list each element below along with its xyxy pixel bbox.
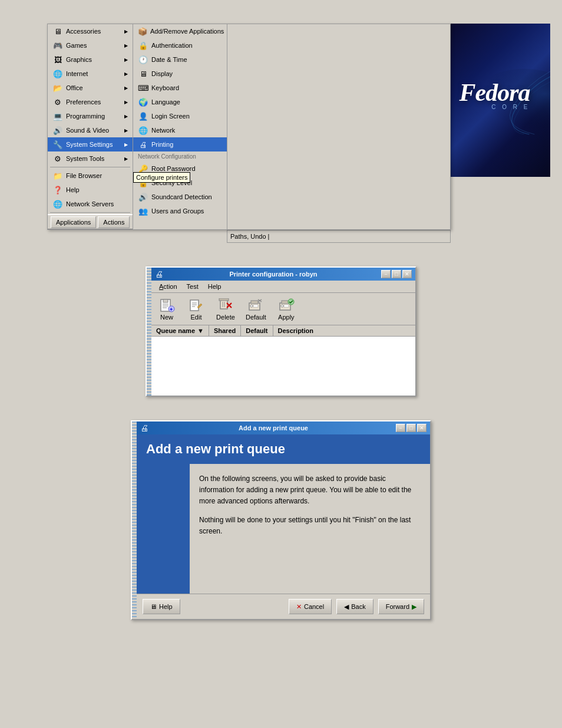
window-controls: − □ ✕ — [381, 270, 412, 278]
sort-arrow-icon: ▼ — [197, 327, 204, 334]
network-servers-icon: 🌐 — [52, 199, 63, 209]
menu-help[interactable]: Help — [203, 282, 226, 291]
applications-button[interactable]: Applications — [51, 216, 96, 228]
context-menu: Network Configuration Configure printers — [133, 151, 227, 162]
system-settings-icon: 🔧 — [52, 139, 63, 150]
wizard-text-2: Nothing will be done to your settings un… — [199, 515, 421, 537]
accessories-icon: 🖥 — [52, 26, 63, 37]
back-button[interactable]: ◀ Back — [336, 599, 373, 614]
menu-item-games[interactable]: 🎮 Games ▶ — [48, 38, 133, 52]
wizard-close-button[interactable]: ✕ — [417, 424, 427, 432]
display-icon: 🖥 — [138, 68, 148, 79]
help-button[interactable]: 🖥 Help — [143, 599, 180, 614]
menu-item-preferences[interactable]: ⚙ Preferences ▶ — [48, 95, 133, 109]
network-icon: 🌐 — [138, 125, 148, 136]
programming-icon: 💻 — [52, 111, 63, 121]
apply-icon — [277, 297, 296, 314]
printer-config-section: 🖨 Printer configuration - robyn − □ ✕ Ac… — [12, 266, 550, 397]
menu-item-system-tools[interactable]: ⚙ System Tools ▶ — [48, 151, 133, 166]
wizard-footer: 🖥 Help ✕ Cancel ◀ Back Forward ▶ — [137, 594, 430, 619]
edit-button[interactable]: Edit — [184, 295, 209, 322]
file-browser-icon: 📁 — [52, 170, 63, 181]
menu-item-display[interactable]: 🖥 Display — [133, 67, 227, 81]
printing-icon: 🖨 — [138, 139, 148, 150]
menu-item-accessories[interactable]: 🖥 Accessories ▶ — [48, 24, 133, 38]
menu-item-programming[interactable]: 💻 Programming ▶ — [48, 109, 133, 123]
wizard-text-1: On the following screens, you will be as… — [199, 473, 421, 508]
menu-item-internet[interactable]: 🌐 Internet ▶ — [48, 67, 133, 81]
menu-item-network[interactable]: 🌐 Network — [133, 123, 227, 137]
menu-item-date-time[interactable]: 🕐 Date & Time — [133, 52, 227, 67]
menu-item-printing[interactable]: 🖨 Printing — [133, 137, 227, 151]
menu-item-soundcard[interactable]: 🔊 Soundcard Detection — [133, 190, 227, 204]
svg-rect-13 — [219, 298, 229, 301]
login-icon: 👤 — [138, 111, 148, 121]
menu-divider-2 — [50, 212, 130, 213]
menu-item-graphics[interactable]: 🖼 Graphics ▶ — [48, 52, 133, 67]
configure-printers-tooltip: Configure printers — [133, 172, 190, 183]
printer-menubar: Action Test Help — [151, 281, 415, 293]
printer-config-titlebar: 🖨 Printer configuration - robyn − □ ✕ — [151, 268, 415, 281]
svg-rect-2 — [163, 299, 168, 302]
menu-item-keyboard[interactable]: ⌨ Keyboard — [133, 81, 227, 95]
new-icon: + — [157, 297, 176, 314]
menu-item-network-servers[interactable]: 🌐 Network Servers — [48, 197, 133, 211]
col-default[interactable]: Default — [241, 325, 273, 336]
desktop-section: 🖥 Accessories ▶ 🎮 Games ▶ 🖼 Graphics ▶ 🌐… — [47, 24, 550, 243]
cancel-icon: ✕ — [296, 603, 302, 611]
wizard-section: 🖨 Add a new print queue − □ ✕ Add a new … — [12, 420, 550, 620]
cancel-button[interactable]: ✕ Cancel — [289, 599, 332, 614]
arrow-icon: ▶ — [124, 57, 128, 62]
graphics-icon: 🖼 — [52, 54, 63, 65]
back-icon: ◀ — [344, 603, 349, 611]
fedora-wallpaper: Fedora C O R E — [451, 24, 550, 177]
language-icon: 🌍 — [138, 97, 148, 107]
menu-action[interactable]: Action — [154, 282, 182, 291]
new-button[interactable]: + New — [154, 295, 179, 322]
apply-button[interactable]: Apply — [274, 295, 299, 322]
menu-item-authentication[interactable]: 🔒 Authentication — [133, 38, 227, 52]
menu-item-office[interactable]: 📂 Office ▶ — [48, 81, 133, 95]
menu-item-help[interactable]: ❓ Help — [48, 183, 133, 197]
auth-icon: 🔒 — [138, 40, 148, 51]
printer-config-window: 🖨 Printer configuration - robyn − □ ✕ Ac… — [146, 266, 416, 397]
menu-item-file-browser[interactable]: 📁 File Browser — [48, 169, 133, 183]
forward-button[interactable]: Forward ▶ — [378, 599, 424, 614]
forward-icon: ▶ — [412, 603, 416, 611]
delete-button[interactable]: Delete — [213, 295, 238, 322]
menu-item-network-config[interactable]: Network Configuration — [133, 151, 227, 162]
app-menu[interactable]: 🖥 Accessories ▶ 🎮 Games ▶ 🖼 Graphics ▶ 🌐… — [47, 24, 451, 230]
menu-item-login-screen[interactable]: 👤 Login Screen — [133, 109, 227, 123]
arrow-icon: ▶ — [124, 100, 128, 105]
minimize-button[interactable]: − — [381, 270, 391, 278]
wizard-restore-button[interactable]: □ — [406, 424, 416, 432]
menu-item-system-settings[interactable]: 🔧 System Settings ▶ — [48, 137, 133, 151]
col-queue-name[interactable]: Queue name ▼ — [151, 325, 209, 336]
restore-button[interactable]: □ — [392, 270, 401, 278]
default-icon — [246, 297, 265, 314]
default-button[interactable]: Default — [243, 295, 269, 322]
arrow-icon: ▶ — [124, 114, 128, 119]
actions-button[interactable]: Actions — [98, 216, 130, 228]
arrow-icon: ▶ — [124, 71, 128, 77]
table-body — [151, 337, 415, 396]
wizard-minimize-button[interactable]: − — [396, 424, 405, 432]
datetime-icon: 🕐 — [138, 54, 148, 65]
table-header: Queue name ▼ Shared Default Description — [151, 325, 415, 337]
menu-item-language[interactable]: 🌍 Language — [133, 95, 227, 109]
system-tools-icon: ⚙ — [52, 153, 63, 164]
menu-item-sound-video[interactable]: 🔊 Sound & Video ▶ — [48, 123, 133, 137]
menu-item-users-groups[interactable]: 👥 Users and Groups — [133, 204, 227, 218]
menu-test[interactable]: Test — [182, 282, 203, 291]
soundcard-icon: 🔊 — [138, 192, 148, 202]
wizard-header-title: Add a new print queue — [146, 442, 421, 457]
arrow-icon: ▶ — [124, 128, 128, 133]
users-icon: 👥 — [138, 206, 148, 216]
col-shared[interactable]: Shared — [209, 325, 241, 336]
printer-config-title: Printer configuration - robyn — [166, 271, 381, 278]
close-button[interactable]: ✕ — [402, 270, 412, 278]
menu-item-add-remove[interactable]: 📦 Add/Remove Applications — [133, 24, 227, 38]
wizard-titlebar: 🖨 Add a new print queue − □ ✕ — [137, 421, 430, 434]
add-remove-icon: 📦 — [138, 26, 147, 37]
col-description[interactable]: Description — [273, 325, 416, 336]
